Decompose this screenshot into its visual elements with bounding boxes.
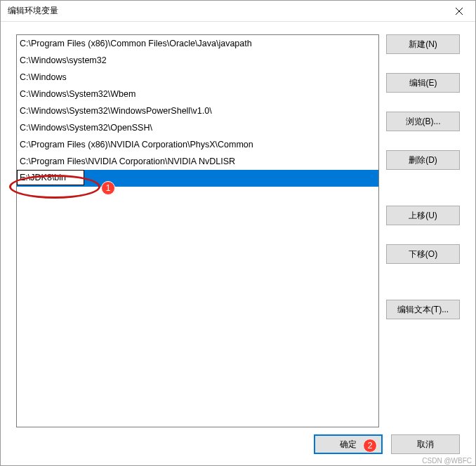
move-up-button[interactable]: 上移(U) (386, 206, 460, 225)
watermark: CSDN @WBFC (422, 457, 472, 465)
ok-button-label: 确定 (340, 439, 357, 449)
titlebar: 编辑环境变量 (1, 1, 475, 22)
close-button[interactable] (443, 1, 475, 22)
browse-button[interactable]: 浏览(B)... (386, 112, 460, 131)
annotation-badge-2: 2 (363, 439, 377, 453)
edit-text-button[interactable]: 编辑文本(T)... (386, 300, 460, 319)
move-down-button[interactable]: 下移(O) (386, 244, 460, 264)
list-item[interactable]: C:\Windows\system32 (17, 52, 378, 69)
cancel-button[interactable]: 取消 (391, 434, 460, 454)
close-icon (456, 8, 463, 15)
new-button[interactable]: 新建(N) (386, 34, 460, 54)
dialog-body: C:\Program Files (x86)\Common Files\Orac… (1, 22, 475, 465)
path-edit-input[interactable] (17, 170, 84, 185)
window-title: 编辑环境变量 (8, 5, 58, 17)
list-item[interactable]: C:\Windows (17, 69, 378, 86)
list-item[interactable]: C:\Windows\System32\WindowsPowerShell\v1… (17, 102, 378, 119)
list-item[interactable]: C:\Program Files (x86)\NVIDIA Corporatio… (17, 136, 378, 153)
list-item[interactable]: C:\Program Files (x86)\Common Files\Orac… (17, 35, 378, 52)
list-item-editing[interactable] (17, 170, 378, 187)
side-buttons: 新建(N) 编辑(E) 浏览(B)... 删除(D) 上移(U) 下移(O) 编… (386, 34, 460, 427)
list-item[interactable]: C:\Program Files\NVIDIA Corporation\NVID… (17, 153, 378, 170)
delete-button[interactable]: 删除(D) (386, 150, 460, 170)
main-row: C:\Program Files (x86)\Common Files\Orac… (16, 34, 460, 427)
path-listbox[interactable]: C:\Program Files (x86)\Common Files\Orac… (16, 34, 379, 427)
edit-button[interactable]: 编辑(E) (386, 73, 460, 93)
list-item[interactable]: C:\Windows\System32\OpenSSH\ (17, 119, 378, 136)
list-item[interactable]: C:\Windows\System32\Wbem (17, 86, 378, 102)
ok-button[interactable]: 确定 2 (314, 434, 383, 454)
env-var-dialog: 编辑环境变量 C:\Program Files (x86)\Common Fil… (0, 0, 476, 466)
footer: 确定 2 取消 (16, 427, 460, 455)
